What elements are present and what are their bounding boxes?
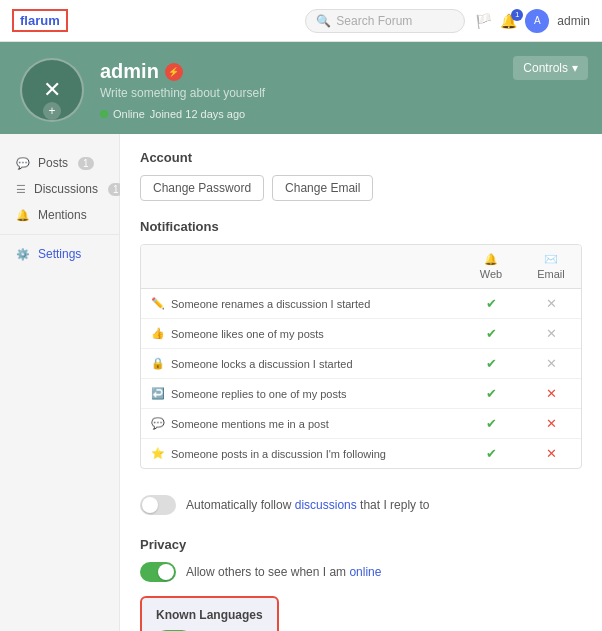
auto-follow-knob xyxy=(142,497,158,513)
check-web-6: ✔ xyxy=(486,446,497,461)
check-email-2: ✕ xyxy=(546,326,557,341)
notif-email-5[interactable]: ✕ xyxy=(521,409,581,438)
notif-row-6: ⭐ Someone posts in a discussion I'm foll… xyxy=(141,439,581,468)
posts-badge: 1 xyxy=(78,157,94,170)
notif-web-5[interactable]: ✔ xyxy=(461,409,521,438)
privacy-prefix: Allow others to see when I am xyxy=(186,565,349,579)
mentions-icon: 🔔 xyxy=(16,209,30,222)
search-icon: 🔍 xyxy=(316,14,331,28)
admin-avatar[interactable]: A xyxy=(525,9,549,33)
sidebar-item-mentions[interactable]: 🔔 Mentions xyxy=(0,202,119,228)
content-area: Account Change Password Change Email Not… xyxy=(120,134,602,631)
notif-label-5: 💬 Someone mentions me in a post xyxy=(141,410,461,437)
notif-email-2[interactable]: ✕ xyxy=(521,319,581,348)
email-label: Email xyxy=(537,268,565,280)
notif-text-6: Someone posts in a discussion I'm follow… xyxy=(171,448,386,460)
notif-web-2[interactable]: ✔ xyxy=(461,319,521,348)
sidebar-item-settings[interactable]: ⚙️ Settings xyxy=(0,241,119,267)
sidebar-posts-label: Posts xyxy=(38,156,68,170)
admin-label: admin xyxy=(557,14,590,28)
edit-profile-icon[interactable]: ⚡ xyxy=(165,63,183,81)
notif-text-5: Someone mentions me in a post xyxy=(171,418,329,430)
notif-email-6[interactable]: ✕ xyxy=(521,439,581,468)
notif-row-3: 🔒 Someone locks a discussion I started ✔… xyxy=(141,349,581,379)
joined-text: Joined 12 days ago xyxy=(150,108,245,120)
logo[interactable]: flarum xyxy=(12,9,68,32)
notif-email-4[interactable]: ✕ xyxy=(521,379,581,408)
notif-icon-6: ⭐ xyxy=(151,447,165,460)
notif-header-row: 🔔 Web ✉️ Email xyxy=(141,245,581,289)
privacy-knob xyxy=(158,564,174,580)
check-email-3: ✕ xyxy=(546,356,557,371)
auto-follow-toggle[interactable] xyxy=(140,495,176,515)
notif-col-web: 🔔 Web xyxy=(461,245,521,288)
change-password-button[interactable]: Change Password xyxy=(140,175,264,201)
notif-email-3[interactable]: ✕ xyxy=(521,349,581,378)
chevron-down-icon: ▾ xyxy=(572,61,578,75)
notif-text-4: Someone replies to one of my posts xyxy=(171,388,346,400)
flag-icon[interactable]: 🏳️ xyxy=(475,13,492,29)
search-placeholder: Search Forum xyxy=(336,14,412,28)
status-text: Online xyxy=(113,108,145,120)
notif-web-3[interactable]: ✔ xyxy=(461,349,521,378)
controls-button[interactable]: Controls ▾ xyxy=(513,56,588,80)
privacy-title: Privacy xyxy=(140,537,582,552)
auto-follow-link[interactable]: discussions xyxy=(295,498,357,512)
controls-label: Controls xyxy=(523,61,568,75)
notification-icon[interactable]: 🔔 1 xyxy=(500,13,517,29)
header: flarum 🔍 Search Forum 🏳️ 🔔 1 A admin xyxy=(0,0,602,42)
check-web-2: ✔ xyxy=(486,326,497,341)
avatar-add-icon[interactable]: + xyxy=(43,102,61,120)
notif-label-2: 👍 Someone likes one of my posts xyxy=(141,320,461,347)
discussions-icon: ☰ xyxy=(16,183,26,196)
sidebar-divider xyxy=(0,234,119,235)
notif-web-1[interactable]: ✔ xyxy=(461,289,521,318)
sidebar-item-posts[interactable]: 💬 Posts 1 xyxy=(0,150,119,176)
notification-badge: 1 xyxy=(511,9,523,21)
check-web-4: ✔ xyxy=(486,386,497,401)
check-email-5: ✕ xyxy=(546,416,557,431)
notif-text-2: Someone likes one of my posts xyxy=(171,328,324,340)
posts-icon: 💬 xyxy=(16,157,30,170)
privacy-link[interactable]: online xyxy=(349,565,381,579)
notif-row-5: 💬 Someone mentions me in a post ✔ ✕ xyxy=(141,409,581,439)
sidebar: 💬 Posts 1 ☰ Discussions 1 🔔 Mentions ⚙️ … xyxy=(0,134,120,631)
notif-label-3: 🔒 Someone locks a discussion I started xyxy=(141,350,461,377)
languages-title: Known Languages xyxy=(156,608,263,622)
search-bar[interactable]: 🔍 Search Forum xyxy=(305,9,465,33)
profile-bio[interactable]: Write something about yourself xyxy=(100,86,582,100)
bell-header-icon: 🔔 xyxy=(484,253,498,266)
main-layout: 💬 Posts 1 ☰ Discussions 1 🔔 Mentions ⚙️ … xyxy=(0,134,602,631)
notif-label-1: ✏️ Someone renames a discussion I starte… xyxy=(141,290,461,317)
notif-row-1: ✏️ Someone renames a discussion I starte… xyxy=(141,289,581,319)
notif-email-1[interactable]: ✕ xyxy=(521,289,581,318)
profile-banner: ✕ + admin ⚡ Write something about yourse… xyxy=(0,42,602,134)
notifications-title: Notifications xyxy=(140,219,582,234)
notif-row-4: ↩️ Someone replies to one of my posts ✔ … xyxy=(141,379,581,409)
profile-name: admin ⚡ xyxy=(100,60,582,83)
check-email-4: ✕ xyxy=(546,386,557,401)
notif-text-1: Someone renames a discussion I started xyxy=(171,298,370,310)
privacy-text: Allow others to see when I am online xyxy=(186,565,381,579)
privacy-toggle[interactable] xyxy=(140,562,176,582)
notif-icon-5: 💬 xyxy=(151,417,165,430)
sidebar-mentions-label: Mentions xyxy=(38,208,87,222)
check-web-1: ✔ xyxy=(486,296,497,311)
check-email-6: ✕ xyxy=(546,446,557,461)
notifications-table: 🔔 Web ✉️ Email ✏️ Someone renames a disc… xyxy=(140,244,582,469)
email-header-icon: ✉️ xyxy=(544,253,558,266)
sidebar-item-discussions[interactable]: ☰ Discussions 1 xyxy=(0,176,119,202)
notif-label-4: ↩️ Someone replies to one of my posts xyxy=(141,380,461,407)
auto-follow-suffix: that I reply to xyxy=(357,498,430,512)
account-title: Account xyxy=(140,150,582,165)
web-label: Web xyxy=(480,268,502,280)
notif-web-4[interactable]: ✔ xyxy=(461,379,521,408)
change-email-button[interactable]: Change Email xyxy=(272,175,373,201)
profile-avatar[interactable]: ✕ + xyxy=(20,58,84,122)
account-buttons: Change Password Change Email xyxy=(140,175,582,201)
notif-web-6[interactable]: ✔ xyxy=(461,439,521,468)
settings-icon: ⚙️ xyxy=(16,248,30,261)
languages-box: Known Languages en ru + add language xyxy=(140,596,279,631)
check-email-1: ✕ xyxy=(546,296,557,311)
profile-info: admin ⚡ Write something about yourself O… xyxy=(100,60,582,120)
